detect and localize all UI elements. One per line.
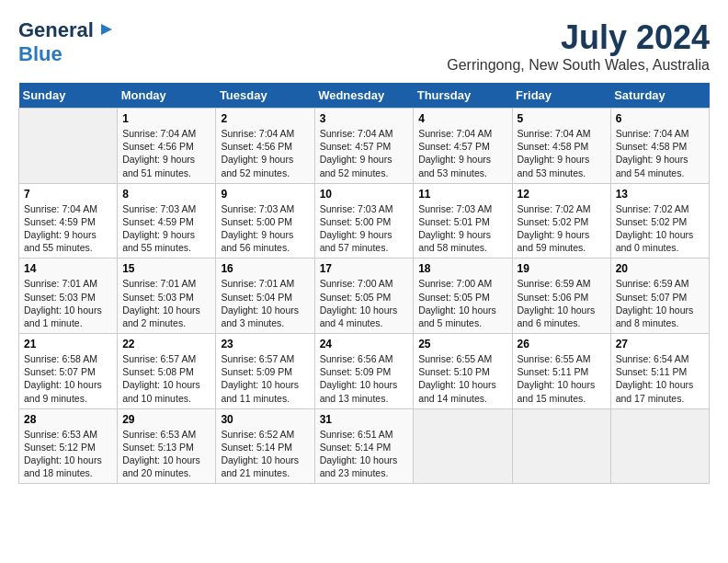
calendar-cell: 31Sunrise: 6:51 AM Sunset: 5:14 PM Dayli… <box>314 408 414 484</box>
calendar-cell: 17Sunrise: 7:00 AM Sunset: 5:05 PM Dayli… <box>314 259 414 334</box>
day-number: 10 <box>320 188 409 201</box>
day-info: Sunrise: 7:03 AM Sunset: 4:59 PM Dayligh… <box>122 202 210 255</box>
calendar-cell: 15Sunrise: 7:01 AM Sunset: 5:03 PM Dayli… <box>118 259 216 334</box>
day-info: Sunrise: 7:03 AM Sunset: 5:00 PM Dayligh… <box>320 202 409 255</box>
day-info: Sunrise: 6:55 AM Sunset: 5:11 PM Dayligh… <box>518 352 606 405</box>
day-number: 8 <box>122 188 210 201</box>
day-number: 16 <box>221 262 309 275</box>
calendar-cell: 20Sunrise: 6:59 AM Sunset: 5:07 PM Dayli… <box>610 259 709 334</box>
calendar-cell: 11Sunrise: 7:03 AM Sunset: 5:01 PM Dayli… <box>414 183 512 259</box>
day-info: Sunrise: 7:00 AM Sunset: 5:05 PM Dayligh… <box>320 277 409 329</box>
location-subtitle: Gerringong, New South Wales, Australia <box>447 57 710 74</box>
day-info: Sunrise: 7:01 AM Sunset: 5:03 PM Dayligh… <box>122 277 210 329</box>
calendar-cell: 27Sunrise: 6:54 AM Sunset: 5:11 PM Dayli… <box>610 334 709 409</box>
day-header-row: SundayMondayTuesdayWednesdayThursdayFrid… <box>19 83 710 109</box>
calendar-cell: 24Sunrise: 6:56 AM Sunset: 5:09 PM Dayli… <box>314 334 414 409</box>
calendar-cell <box>610 408 709 484</box>
calendar-cell: 8Sunrise: 7:03 AM Sunset: 4:59 PM Daylig… <box>118 183 216 259</box>
day-info: Sunrise: 7:04 AM Sunset: 4:57 PM Dayligh… <box>418 127 506 179</box>
day-info: Sunrise: 7:04 AM Sunset: 4:57 PM Dayligh… <box>320 127 409 179</box>
day-info: Sunrise: 6:56 AM Sunset: 5:09 PM Dayligh… <box>320 352 409 405</box>
day-number: 4 <box>418 112 506 125</box>
day-info: Sunrise: 7:02 AM Sunset: 5:02 PM Dayligh… <box>518 202 606 255</box>
day-number: 22 <box>122 338 210 350</box>
day-number: 6 <box>616 112 704 125</box>
day-info: Sunrise: 6:52 AM Sunset: 5:14 PM Dayligh… <box>221 428 309 480</box>
svg-marker-0 <box>101 24 112 35</box>
calendar-week-1: 1Sunrise: 7:04 AM Sunset: 4:56 PM Daylig… <box>19 109 710 184</box>
day-info: Sunrise: 6:59 AM Sunset: 5:07 PM Dayligh… <box>616 277 704 329</box>
calendar-cell: 21Sunrise: 6:58 AM Sunset: 5:07 PM Dayli… <box>19 334 118 409</box>
calendar-cell: 9Sunrise: 7:03 AM Sunset: 5:00 PM Daylig… <box>216 183 314 259</box>
day-header-friday: Friday <box>512 83 610 109</box>
day-header-sunday: Sunday <box>19 83 118 109</box>
day-info: Sunrise: 7:04 AM Sunset: 4:58 PM Dayligh… <box>616 127 704 179</box>
calendar-cell: 26Sunrise: 6:55 AM Sunset: 5:11 PM Dayli… <box>512 334 610 409</box>
day-number: 12 <box>518 188 606 201</box>
calendar-week-4: 21Sunrise: 6:58 AM Sunset: 5:07 PM Dayli… <box>19 334 710 409</box>
calendar-table: SundayMondayTuesdayWednesdayThursdayFrid… <box>18 83 710 484</box>
day-number: 21 <box>24 338 112 350</box>
day-info: Sunrise: 7:04 AM Sunset: 4:56 PM Dayligh… <box>221 127 309 179</box>
day-info: Sunrise: 7:04 AM Sunset: 4:56 PM Dayligh… <box>122 127 210 179</box>
calendar-body: 1Sunrise: 7:04 AM Sunset: 4:56 PM Daylig… <box>19 109 710 484</box>
calendar-cell: 10Sunrise: 7:03 AM Sunset: 5:00 PM Dayli… <box>314 183 414 259</box>
calendar-cell: 28Sunrise: 6:53 AM Sunset: 5:12 PM Dayli… <box>19 408 118 484</box>
calendar-cell: 22Sunrise: 6:57 AM Sunset: 5:08 PM Dayli… <box>118 334 216 409</box>
day-info: Sunrise: 6:55 AM Sunset: 5:10 PM Dayligh… <box>418 352 506 405</box>
day-number: 24 <box>320 338 409 350</box>
calendar-cell: 12Sunrise: 7:02 AM Sunset: 5:02 PM Dayli… <box>512 183 610 259</box>
day-number: 5 <box>518 112 606 125</box>
day-number: 31 <box>320 413 409 426</box>
day-header-monday: Monday <box>118 83 216 109</box>
day-info: Sunrise: 7:03 AM Sunset: 5:00 PM Dayligh… <box>221 202 309 255</box>
day-info: Sunrise: 6:58 AM Sunset: 5:07 PM Dayligh… <box>24 352 112 405</box>
calendar-week-2: 7Sunrise: 7:04 AM Sunset: 4:59 PM Daylig… <box>19 183 710 259</box>
calendar-cell: 29Sunrise: 6:53 AM Sunset: 5:13 PM Dayli… <box>118 408 216 484</box>
calendar-week-5: 28Sunrise: 6:53 AM Sunset: 5:12 PM Dayli… <box>19 408 710 484</box>
calendar-cell: 18Sunrise: 7:00 AM Sunset: 5:05 PM Dayli… <box>414 259 512 334</box>
calendar-cell: 25Sunrise: 6:55 AM Sunset: 5:10 PM Dayli… <box>414 334 512 409</box>
day-info: Sunrise: 7:04 AM Sunset: 4:59 PM Dayligh… <box>24 202 112 255</box>
day-info: Sunrise: 7:02 AM Sunset: 5:02 PM Dayligh… <box>616 202 704 255</box>
day-number: 3 <box>320 112 409 125</box>
day-number: 28 <box>24 413 112 426</box>
day-info: Sunrise: 6:54 AM Sunset: 5:11 PM Dayligh… <box>616 352 704 405</box>
page-header: General Blue July 2024 Gerringong, New S… <box>18 18 710 74</box>
day-number: 17 <box>320 262 409 275</box>
calendar-cell: 19Sunrise: 6:59 AM Sunset: 5:06 PM Dayli… <box>512 259 610 334</box>
day-number: 27 <box>616 338 704 350</box>
calendar-cell: 1Sunrise: 7:04 AM Sunset: 4:56 PM Daylig… <box>118 109 216 184</box>
day-number: 23 <box>221 338 309 350</box>
day-number: 1 <box>122 112 210 125</box>
day-info: Sunrise: 7:01 AM Sunset: 5:04 PM Dayligh… <box>221 277 309 329</box>
day-number: 13 <box>616 188 704 201</box>
day-number: 20 <box>616 262 704 275</box>
calendar-cell: 3Sunrise: 7:04 AM Sunset: 4:57 PM Daylig… <box>314 109 414 184</box>
day-number: 26 <box>518 338 606 350</box>
day-info: Sunrise: 6:57 AM Sunset: 5:08 PM Dayligh… <box>122 352 210 405</box>
day-number: 11 <box>418 188 506 201</box>
calendar-cell: 7Sunrise: 7:04 AM Sunset: 4:59 PM Daylig… <box>19 183 118 259</box>
day-info: Sunrise: 6:53 AM Sunset: 5:13 PM Dayligh… <box>122 428 210 480</box>
day-info: Sunrise: 6:53 AM Sunset: 5:12 PM Dayligh… <box>24 428 112 480</box>
day-header-wednesday: Wednesday <box>314 83 414 109</box>
calendar-cell: 4Sunrise: 7:04 AM Sunset: 4:57 PM Daylig… <box>414 109 512 184</box>
calendar-cell <box>512 408 610 484</box>
calendar-cell <box>414 408 512 484</box>
logo-blue-text: Blue <box>18 42 63 66</box>
day-info: Sunrise: 7:01 AM Sunset: 5:03 PM Dayligh… <box>24 277 112 329</box>
day-number: 14 <box>24 262 112 275</box>
calendar-cell: 30Sunrise: 6:52 AM Sunset: 5:14 PM Dayli… <box>216 408 314 484</box>
month-year-title: July 2024 <box>447 18 710 57</box>
day-info: Sunrise: 6:57 AM Sunset: 5:09 PM Dayligh… <box>221 352 309 405</box>
logo-general-text: General <box>18 18 94 42</box>
day-header-saturday: Saturday <box>610 83 709 109</box>
day-number: 30 <box>221 413 309 426</box>
day-number: 9 <box>221 188 309 201</box>
day-info: Sunrise: 6:59 AM Sunset: 5:06 PM Dayligh… <box>518 277 606 329</box>
calendar-cell: 5Sunrise: 7:04 AM Sunset: 4:58 PM Daylig… <box>512 109 610 184</box>
day-number: 29 <box>122 413 210 426</box>
calendar-week-3: 14Sunrise: 7:01 AM Sunset: 5:03 PM Dayli… <box>19 259 710 334</box>
calendar-cell: 13Sunrise: 7:02 AM Sunset: 5:02 PM Dayli… <box>610 183 709 259</box>
